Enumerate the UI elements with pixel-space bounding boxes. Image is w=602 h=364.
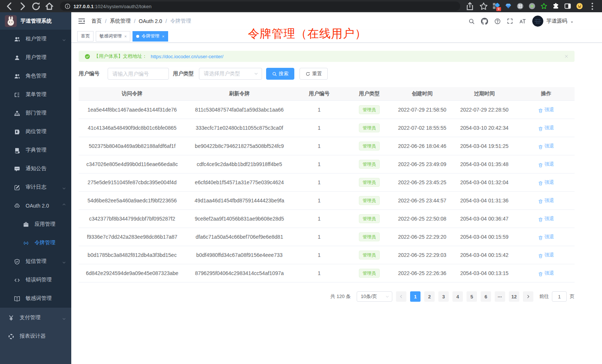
pagination-page-1[interactable]: 1	[410, 291, 421, 302]
github-icon[interactable]	[481, 18, 488, 25]
goto-page-input[interactable]	[552, 291, 567, 302]
sidebar-item-tenant[interactable]: 租户管理	[0, 30, 71, 48]
sidebar-item-role[interactable]: 角色管理	[0, 67, 71, 85]
sidebar-item-dict[interactable]: 字典管理	[0, 141, 71, 159]
pagination-page-12[interactable]: 12	[509, 291, 519, 302]
header-search-icon[interactable]	[468, 18, 475, 24]
sidebar-item-oauth2-app[interactable]: 应用管理	[0, 215, 71, 234]
profile-avatar-icon[interactable]	[576, 3, 583, 10]
page-size-select[interactable]: 10条/页	[357, 291, 392, 302]
trash-icon	[538, 271, 543, 276]
force-logout-button[interactable]: 强退	[538, 270, 554, 277]
alert-link[interactable]: https://doc.iocoder.cn/user-center/	[151, 54, 223, 59]
sidebar-item-oauth2[interactable]: OAuth 2.0	[0, 196, 71, 215]
sidebar-item-menu[interactable]: 菜单管理	[0, 85, 71, 104]
browser-menu-icon[interactable]	[588, 1, 597, 11]
sidebar-item-dept[interactable]: 部门管理	[0, 104, 71, 122]
force-logout-button[interactable]: 强退	[538, 215, 554, 222]
user-type-select[interactable]: 请选择用户类型	[199, 68, 262, 80]
browser-forward-icon[interactable]	[17, 1, 28, 11]
refresh-token-cell: 49d1aa46d1454fbd87591444423be9fa	[186, 198, 293, 203]
browser-back-icon[interactable]	[4, 1, 15, 11]
extensions-puzzle-icon[interactable]	[552, 3, 559, 10]
breadcrumb-item[interactable]: 系统管理	[110, 18, 131, 24]
sidebar-item-notice[interactable]: 通知公告	[0, 159, 71, 178]
force-logout-button[interactable]: 强退	[538, 161, 554, 168]
tampermonkey-extension-icon[interactable]: 9	[493, 3, 500, 10]
breadcrumb-item[interactable]: OAuth 2.0	[139, 18, 162, 24]
sidebar-item-post[interactable]: 岗位管理	[0, 122, 71, 141]
info-alert: 【用户体系】文档地址： https://doc.iocoder.cn/user-…	[79, 51, 575, 62]
font-size-icon[interactable]	[519, 18, 526, 24]
pagination-next-button[interactable]	[523, 291, 533, 302]
pagination-prev-button[interactable]	[396, 291, 406, 302]
pagination-total: 共 120 条	[330, 293, 351, 300]
force-logout-button[interactable]: 强退	[538, 125, 554, 131]
access-token-cell: b0d1785bc3a8482f812db4a3f3bd15ec	[79, 252, 186, 258]
sidebar-item-audit-log[interactable]: 审计日志	[0, 178, 71, 196]
command-extension-icon[interactable]	[517, 3, 524, 10]
breadcrumb-separator: /	[105, 18, 107, 24]
site-info-icon[interactable]	[65, 1, 71, 11]
bookmark-star-icon[interactable]	[479, 1, 488, 11]
address-bar[interactable]: 127.0.0.1:1024/system/oauth2/token	[60, 1, 460, 11]
gem-extension-icon[interactable]	[505, 3, 512, 10]
tab-home[interactable]: 首页	[77, 31, 94, 42]
user-id-cell: 1	[293, 216, 345, 222]
help-icon[interactable]	[494, 18, 501, 24]
trash-icon	[538, 126, 543, 130]
pagination-page-2[interactable]: 2	[424, 291, 435, 302]
tab-close-icon[interactable]: ×	[162, 34, 164, 39]
share-icon[interactable]	[465, 1, 474, 11]
app-logo-bar[interactable]: 芋道管理系统	[0, 12, 71, 30]
refresh-token-cell: be90422b8c7946218275a508bf524fc9	[186, 143, 293, 149]
user-menu[interactable]: 芋道源码	[532, 16, 574, 27]
menu-tree-icon	[14, 92, 20, 97]
table-row: 54d6be82ee5a460a9aedc1f9bf22365649d1aa46…	[79, 192, 575, 210]
pagination-page-6[interactable]: 6	[481, 291, 491, 302]
force-logout-button[interactable]: 强退	[538, 234, 554, 240]
browser-reload-icon[interactable]	[30, 1, 42, 11]
force-logout-button[interactable]: 强退	[538, 106, 554, 113]
pagination-more-button[interactable]: •••	[495, 291, 505, 302]
recorder-extension-icon[interactable]	[529, 3, 536, 10]
tab-close-icon[interactable]: ×	[124, 34, 127, 39]
fullscreen-icon[interactable]	[507, 18, 513, 24]
reset-button[interactable]: 重置	[300, 68, 328, 80]
tab-sensitive-word[interactable]: 敏感词管理×	[96, 31, 130, 42]
green-star-extension-icon[interactable]	[540, 3, 547, 10]
breadcrumb-item[interactable]: 首页	[91, 18, 102, 24]
sidebar-item-error-code[interactable]: 错误码管理	[0, 271, 71, 289]
force-logout-button[interactable]: 强退	[538, 143, 554, 149]
sidebar-item-user[interactable]: 用户管理	[0, 48, 71, 67]
access-token-cell: c342377bf8b344799dcbf7bf095287f2	[79, 216, 186, 222]
access-token-cell: 54d6be82ee5a460a9aedc1f9bf223656	[79, 198, 186, 203]
search-button[interactable]: 搜索	[266, 68, 294, 80]
breadcrumb-separator: /	[134, 18, 135, 24]
sidebar-item-sensitive-word[interactable]: 敏感词管理	[0, 289, 71, 308]
side-panel-icon[interactable]	[564, 3, 571, 10]
sidebar-item-sms[interactable]: 短信管理	[0, 252, 71, 271]
sidebar-item-oauth2-token[interactable]: 令牌管理	[0, 234, 71, 252]
sidebar-collapse-icon[interactable]	[78, 17, 85, 25]
created-time-cell: 2022-06-25 22:50:08	[393, 216, 451, 222]
tab-oauth2-token[interactable]: 令牌管理×	[132, 31, 168, 42]
user-id-cell: 1	[293, 125, 345, 131]
pagination-page-3[interactable]: 3	[438, 291, 449, 302]
browser-home-icon[interactable]	[44, 1, 55, 11]
pagination-page-4[interactable]: 4	[452, 291, 463, 302]
access-token-cell: 502375b8040a469a9b82188afdf6af1f	[79, 143, 186, 149]
user-avatar	[532, 16, 543, 27]
force-logout-button[interactable]: 强退	[538, 179, 554, 186]
sidebar-item-report-designer[interactable]: 报表设计器	[0, 327, 71, 345]
user-type-badge: 管理员	[359, 142, 380, 150]
user-id-cell: 1	[293, 179, 345, 185]
user-id-input[interactable]	[108, 68, 169, 80]
user-id-cell: 1	[293, 107, 345, 113]
user-id-cell: 1	[293, 198, 345, 203]
alert-close-icon[interactable]	[564, 54, 569, 59]
force-logout-button[interactable]: 强退	[538, 252, 554, 258]
force-logout-button[interactable]: 强退	[538, 197, 554, 204]
pagination-page-5[interactable]: 5	[467, 291, 477, 302]
sidebar-item-pay[interactable]: 支付管理	[0, 308, 71, 327]
